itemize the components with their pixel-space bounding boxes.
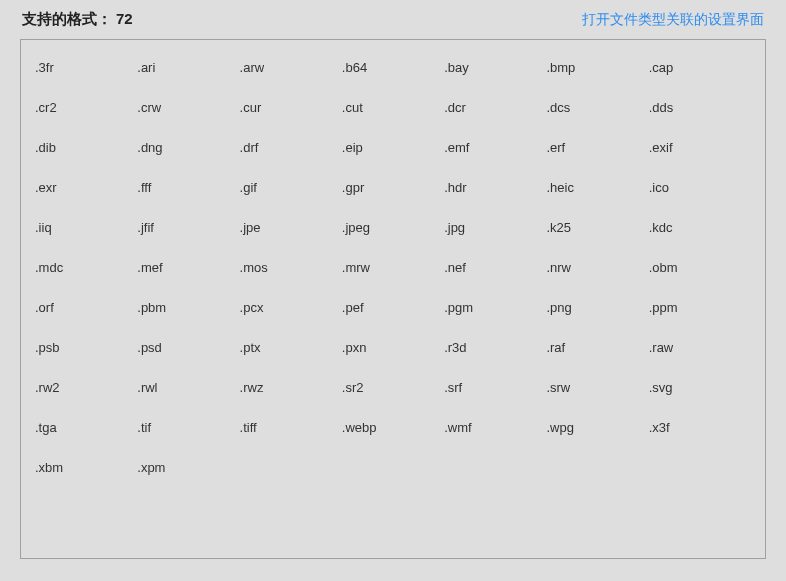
format-item: .psd	[137, 340, 239, 355]
format-item: .cur	[240, 100, 342, 115]
format-item: .srw	[546, 380, 648, 395]
format-item: .cut	[342, 100, 444, 115]
format-item: .rwl	[137, 380, 239, 395]
format-item: .exr	[35, 180, 137, 195]
format-item: .arw	[240, 60, 342, 75]
format-item: .pbm	[137, 300, 239, 315]
format-item: .ari	[137, 60, 239, 75]
header-bar: 支持的格式： 72 打开文件类型关联的设置界面	[20, 10, 766, 29]
format-item: .sr2	[342, 380, 444, 395]
format-item: .dcr	[444, 100, 546, 115]
format-item: .dcs	[546, 100, 648, 115]
format-item: .ico	[649, 180, 751, 195]
format-item: .erf	[546, 140, 648, 155]
format-item: .jpeg	[342, 220, 444, 235]
format-item: .bay	[444, 60, 546, 75]
formats-box: .3fr.ari.arw.b64.bay.bmp.cap.cr2.crw.cur…	[20, 39, 766, 559]
format-item: .jpg	[444, 220, 546, 235]
format-item: .mrw	[342, 260, 444, 275]
format-item: .kdc	[649, 220, 751, 235]
format-item: .exif	[649, 140, 751, 155]
format-item: .emf	[444, 140, 546, 155]
format-item: .psb	[35, 340, 137, 355]
format-item: .cr2	[35, 100, 137, 115]
format-item: .dng	[137, 140, 239, 155]
format-item: .fff	[137, 180, 239, 195]
format-item: .k25	[546, 220, 648, 235]
format-item: .wmf	[444, 420, 546, 435]
format-item: .orf	[35, 300, 137, 315]
format-item: .tga	[35, 420, 137, 435]
format-item: .mef	[137, 260, 239, 275]
format-item: .jfif	[137, 220, 239, 235]
format-item: .eip	[342, 140, 444, 155]
format-count: 72	[116, 10, 133, 27]
format-item: .raw	[649, 340, 751, 355]
main-container: 支持的格式： 72 打开文件类型关联的设置界面 .3fr.ari.arw.b64…	[0, 0, 786, 579]
formats-grid: .3fr.ari.arw.b64.bay.bmp.cap.cr2.crw.cur…	[35, 60, 751, 475]
format-item: .gif	[240, 180, 342, 195]
format-item: .tif	[137, 420, 239, 435]
format-item: .srf	[444, 380, 546, 395]
format-item: .mos	[240, 260, 342, 275]
format-item: .wpg	[546, 420, 648, 435]
format-item: .hdr	[444, 180, 546, 195]
format-item: .gpr	[342, 180, 444, 195]
format-item: .pef	[342, 300, 444, 315]
format-item: .b64	[342, 60, 444, 75]
format-item: .obm	[649, 260, 751, 275]
format-item: .raf	[546, 340, 648, 355]
format-item: .iiq	[35, 220, 137, 235]
format-item: .xbm	[35, 460, 137, 475]
format-item: .png	[546, 300, 648, 315]
format-item: .nrw	[546, 260, 648, 275]
format-item: .xpm	[137, 460, 239, 475]
format-item: .3fr	[35, 60, 137, 75]
format-item: .crw	[137, 100, 239, 115]
format-item: .x3f	[649, 420, 751, 435]
format-item: .rwz	[240, 380, 342, 395]
format-item: .drf	[240, 140, 342, 155]
format-item: .mdc	[35, 260, 137, 275]
format-item: .pxn	[342, 340, 444, 355]
format-item: .tiff	[240, 420, 342, 435]
format-item: .dds	[649, 100, 751, 115]
format-item: .bmp	[546, 60, 648, 75]
format-item: .jpe	[240, 220, 342, 235]
format-item: .pgm	[444, 300, 546, 315]
supported-formats-label: 支持的格式：	[22, 10, 112, 29]
open-file-association-link[interactable]: 打开文件类型关联的设置界面	[582, 11, 764, 29]
format-item: .rw2	[35, 380, 137, 395]
format-item: .webp	[342, 420, 444, 435]
format-item: .svg	[649, 380, 751, 395]
format-item: .dib	[35, 140, 137, 155]
format-item: .nef	[444, 260, 546, 275]
format-item: .ptx	[240, 340, 342, 355]
format-item: .ppm	[649, 300, 751, 315]
format-item: .pcx	[240, 300, 342, 315]
format-item: .r3d	[444, 340, 546, 355]
title-group: 支持的格式： 72	[22, 10, 133, 29]
format-item: .cap	[649, 60, 751, 75]
format-item: .heic	[546, 180, 648, 195]
